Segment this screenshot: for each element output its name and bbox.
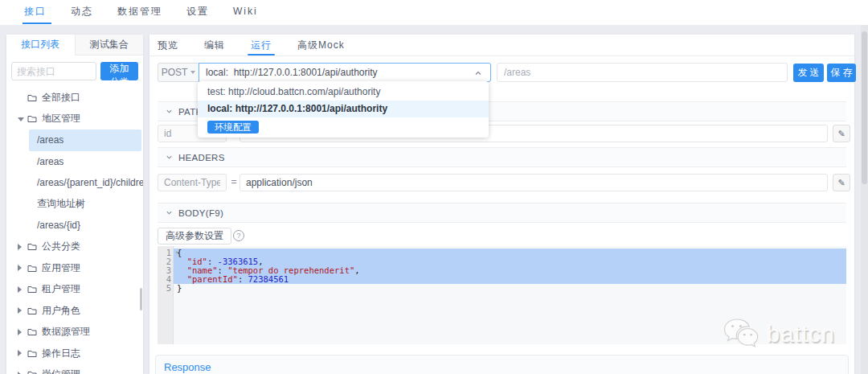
main-tabs: 预览 编辑 运行 高级Mock: [149, 35, 854, 56]
page-scrollbar[interactable]: [861, 25, 868, 374]
top-nav-interfaces[interactable]: 接口: [24, 0, 47, 25]
folder-icon: [27, 242, 37, 251]
response-title: Response: [164, 361, 211, 373]
pencil-icon: ✎: [837, 129, 845, 139]
folder-icon: [27, 114, 37, 123]
add-category-button[interactable]: 添加分类: [100, 62, 138, 80]
folder-icon: [27, 306, 37, 315]
tree-item-user-role[interactable]: 用户角色: [6, 300, 143, 322]
env-config-button[interactable]: 环境配置: [207, 121, 259, 134]
interface-tree: 全部接口 地区管理 /areas /areas /areas/{parent_i…: [6, 87, 143, 374]
tree-item-area-management[interactable]: 地区管理: [6, 109, 143, 130]
tree-item-position-management[interactable]: 岗位管理: [6, 364, 143, 374]
tree-item-app-management[interactable]: 应用管理: [6, 257, 143, 279]
top-nav-data-management[interactable]: 数据管理: [117, 0, 162, 25]
header-key-input[interactable]: [158, 174, 227, 191]
header-value-input[interactable]: [240, 174, 828, 191]
caret-right-icon: [18, 265, 22, 271]
tab-interface-list[interactable]: 接口列表: [6, 35, 75, 55]
folder-icon: [27, 93, 37, 102]
caret-down-icon: [18, 117, 24, 121]
tree-item-areas[interactable]: /areas: [6, 151, 143, 173]
tab-run[interactable]: 运行: [251, 35, 272, 55]
tree-item-all-interfaces[interactable]: 全部接口: [6, 87, 143, 109]
top-nav: 接口 动态 数据管理 设置 Wiki: [0, 0, 868, 25]
help-question-icon[interactable]: ?: [233, 230, 244, 241]
request-bar: POST 发送 保存: [149, 63, 854, 82]
tree-item-tenant-management[interactable]: 租户管理: [6, 279, 143, 301]
edit-pencil-button[interactable]: ✎: [833, 174, 850, 191]
folder-icon: [27, 370, 37, 374]
sidebar-search-row: 添加分类: [6, 55, 143, 87]
caret-right-icon: [18, 244, 22, 250]
chevron-up-icon[interactable]: [474, 68, 482, 80]
code-editor-gutter: 1▾2345: [158, 246, 174, 344]
request-path-input[interactable]: [497, 63, 788, 82]
top-nav-activity[interactable]: 动态: [71, 0, 93, 25]
chevron-down-icon: [190, 71, 195, 74]
sidebar: 接口列表 测试集合 添加分类 全部接口 地区管理 /areas /areas /…: [6, 35, 143, 374]
pencil-icon: ✎: [837, 178, 845, 188]
equals-sign: =: [230, 176, 238, 187]
caret-right-icon: [18, 350, 22, 356]
chevron-down-icon: [166, 108, 173, 115]
response-panel[interactable]: Response: [155, 355, 849, 374]
body-code-editor[interactable]: 1▾2345 { "id": -3363615, "name": "tempor…: [158, 246, 846, 344]
edit-pencil-button[interactable]: ✎: [833, 125, 850, 142]
sidebar-tabs: 接口列表 测试集合: [6, 35, 143, 55]
caret-right-icon: [18, 286, 22, 293]
send-button[interactable]: 发送: [793, 64, 824, 82]
tree-item-areas-selected[interactable]: /areas: [29, 129, 141, 151]
tab-edit[interactable]: 编辑: [204, 35, 225, 55]
env-option-test[interactable]: test: http://cloud.battcn.com/api/author…: [198, 84, 489, 101]
environment-dropdown: test: http://cloud.battcn.com/api/author…: [198, 81, 489, 138]
code-editor-lines[interactable]: { "id": -3363615, "name": "tempor do rep…: [174, 246, 846, 344]
env-option-local[interactable]: local: http://127.0.0.1:8001/api/authori…: [198, 101, 489, 117]
section-headers[interactable]: HEADERS: [158, 147, 846, 167]
advanced-params-button[interactable]: 高级参数设置: [158, 228, 231, 245]
folder-icon: [27, 349, 37, 358]
top-nav-wiki[interactable]: Wiki: [233, 0, 258, 25]
top-nav-settings[interactable]: 设置: [186, 0, 209, 25]
page-scrollbar-thumb[interactable]: [862, 31, 867, 184]
tree-item-areas-id[interactable]: /areas/{id}: [6, 215, 143, 236]
caret-right-icon: [18, 329, 22, 335]
tree-item-operation-log[interactable]: 操作日志: [6, 343, 143, 364]
search-input[interactable]: [11, 62, 96, 80]
tab-test-collection[interactable]: 测试集合: [75, 35, 144, 55]
tree-item-common-category[interactable]: 公共分类: [6, 236, 143, 258]
method-select[interactable]: POST: [158, 63, 199, 82]
caret-right-icon: [18, 307, 22, 314]
section-body[interactable]: BODY(F9): [158, 203, 846, 223]
app-root: 接口 动态 数据管理 设置 Wiki 接口列表 测试集合 添加分类 全部接口 地…: [0, 0, 868, 374]
save-button[interactable]: 保存: [827, 64, 856, 82]
tree-item-areas-children[interactable]: /areas/{parent_id}/children: [6, 172, 143, 194]
tree-item-datasource-management[interactable]: 数据源管理: [6, 322, 143, 343]
folder-icon: [27, 264, 37, 273]
folder-icon: [27, 285, 37, 294]
tree-item-query-address-tree[interactable]: 查询地址树: [6, 194, 143, 216]
chevron-down-icon: [166, 209, 173, 216]
tab-advanced-mock[interactable]: 高级Mock: [297, 35, 345, 55]
sidebar-scrollbar-thumb[interactable]: [140, 288, 142, 310]
folder-icon: [27, 327, 37, 336]
request-url-input[interactable]: [199, 63, 491, 82]
chevron-down-icon: [166, 154, 173, 161]
tab-preview[interactable]: 预览: [158, 35, 178, 55]
